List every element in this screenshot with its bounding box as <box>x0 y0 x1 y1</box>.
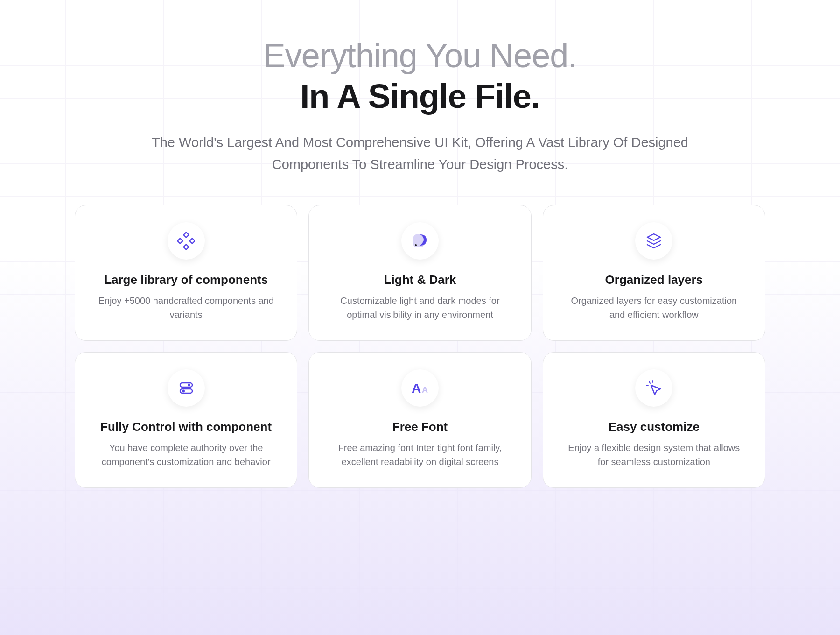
heading-line2: In A Single File. <box>65 78 775 115</box>
svg-point-7 <box>188 384 190 387</box>
svg-rect-2 <box>177 238 182 243</box>
feature-title: Light & Dark <box>324 273 516 287</box>
feature-title: Easy customize <box>558 420 750 434</box>
svg-rect-1 <box>183 244 189 249</box>
svg-rect-3 <box>189 238 195 243</box>
feature-title: Large library of components <box>90 273 282 287</box>
light-dark-icon <box>401 222 439 260</box>
svg-point-5 <box>415 244 417 246</box>
layers-icon <box>635 222 672 260</box>
feature-card-font: A A Free Font Free amazing font Inter ti… <box>308 352 531 488</box>
feature-card-layers: Organized layers Organized layers for ea… <box>543 205 765 341</box>
svg-rect-0 <box>183 232 189 237</box>
feature-description: You have complete authority over the com… <box>98 441 275 469</box>
feature-title: Organized layers <box>558 273 750 287</box>
feature-card-control: Fully Control with component You have co… <box>75 352 297 488</box>
svg-line-13 <box>646 385 648 386</box>
feature-card-components: Large library of components Enjoy +5000 … <box>75 205 297 341</box>
feature-card-light-dark: Light & Dark Customizable light and dark… <box>308 205 531 341</box>
svg-line-12 <box>649 381 650 383</box>
feature-description: Free amazing font Inter tight font famil… <box>331 441 509 469</box>
feature-title: Fully Control with component <box>90 420 282 434</box>
feature-description: Organized layers for easy customization … <box>565 294 742 322</box>
svg-text:A: A <box>422 385 428 395</box>
svg-rect-8 <box>180 389 192 393</box>
feature-description: Enjoy a flexible design system that allo… <box>565 441 742 469</box>
features-grid: Large library of components Enjoy +5000 … <box>65 205 775 488</box>
page-container: Everything You Need. In A Single File. T… <box>65 37 775 488</box>
sliders-icon <box>168 369 205 407</box>
subheading: The World's Largest And Most Comprehensi… <box>140 132 700 175</box>
svg-point-9 <box>182 390 185 393</box>
heading-line1: Everything You Need. <box>65 37 775 74</box>
feature-title: Free Font <box>324 420 516 434</box>
components-icon <box>168 222 205 260</box>
svg-text:A: A <box>412 381 421 395</box>
feature-description: Customizable light and dark modes for op… <box>331 294 509 322</box>
feature-description: Enjoy +5000 handcrafted components and v… <box>98 294 275 322</box>
feature-card-customize: Easy customize Enjoy a flexible design s… <box>543 352 765 488</box>
svg-rect-6 <box>180 383 192 387</box>
svg-line-14 <box>652 381 653 382</box>
cursor-icon <box>635 369 672 407</box>
font-icon: A A <box>401 369 439 407</box>
